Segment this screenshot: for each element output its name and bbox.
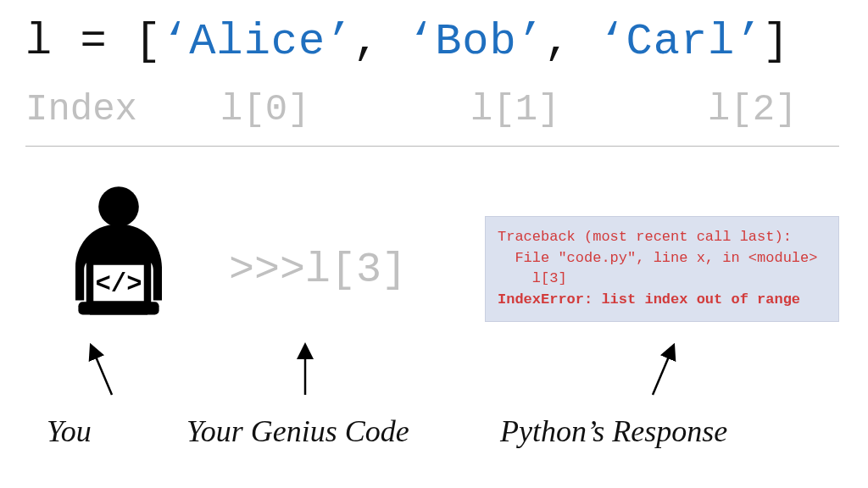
index-0: l[0]: [220, 88, 310, 130]
index-label: Index: [25, 88, 137, 130]
repl-prompt: >>>l[3]: [229, 246, 407, 294]
tb-line-3: l[3]: [498, 270, 567, 286]
arrow-code: [280, 342, 331, 402]
label-python-response: Python’s Response: [500, 413, 727, 449]
code-assignment: l = [‘Alice’, ‘Bob’, ‘Carl’]: [25, 17, 790, 67]
traceback-box: Traceback (most recent call last): File …: [485, 216, 839, 322]
label-your-code: Your Genius Code: [186, 413, 409, 449]
svg-line-6: [653, 351, 671, 395]
prompt-chevrons: >>>: [229, 246, 305, 294]
arrow-response: [637, 342, 688, 402]
tb-error: IndexError: list index out of range: [498, 291, 800, 308]
svg-text:</>: </>: [95, 270, 142, 299]
code-comma-0: ,: [353, 17, 380, 67]
code-str-2: ‘Carl’: [598, 17, 762, 67]
label-you: You: [47, 413, 92, 449]
svg-line-4: [93, 351, 112, 395]
index-2: l[2]: [708, 88, 798, 130]
code-comma-1: ,: [544, 17, 571, 67]
tb-line-1: Traceback (most recent call last):: [498, 229, 792, 245]
index-1: l[1]: [470, 88, 560, 130]
prompt-expr: l[3]: [305, 246, 407, 294]
divider: [25, 146, 839, 147]
code-var: l =: [25, 17, 135, 67]
code-open: [: [135, 17, 162, 67]
code-str-1: ‘Bob’: [408, 17, 544, 67]
svg-rect-2: [78, 302, 159, 314]
tb-line-2: File "code.py", line x, in <module>: [498, 250, 817, 266]
code-str-0: ‘Alice’: [162, 17, 353, 67]
programmer-icon: </>: [47, 178, 191, 322]
arrow-you: [76, 342, 127, 402]
code-close: ]: [763, 17, 790, 67]
svg-point-0: [98, 186, 139, 227]
